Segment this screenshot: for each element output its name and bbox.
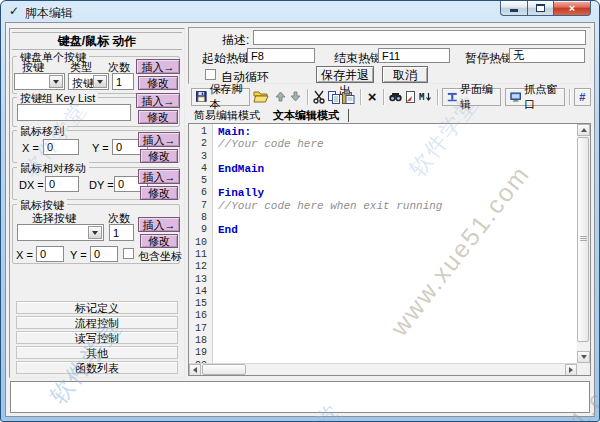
chevron-down-icon[interactable] — [93, 75, 107, 88]
modify-mouse-btn-button[interactable]: 修改 — [140, 234, 178, 248]
end-hotkey-input[interactable] — [378, 48, 450, 63]
start-hotkey-input[interactable] — [247, 48, 315, 63]
include-coords-checkbox[interactable] — [123, 248, 134, 259]
mouse-btn-x-label: X = — [16, 249, 33, 261]
x-label: X = — [22, 142, 39, 154]
code-line: End — [218, 224, 577, 236]
minimize-icon — [510, 9, 518, 12]
modify-mouse-move-button[interactable]: 修改 — [140, 149, 178, 163]
tab-text-edit-mode[interactable]: 文本编辑模式 — [266, 108, 346, 123]
insert-mouse-rel-button[interactable]: 插入→ — [138, 169, 180, 184]
window-check-icon: ✓ — [9, 4, 19, 18]
pause-hotkey-label: 暂停热键 — [465, 50, 513, 67]
caption-buttons: × — [500, 1, 591, 16]
mouse-btn-count-input[interactable] — [109, 224, 134, 241]
scroll-up-button[interactable] — [577, 124, 590, 136]
mouse-rel-dx-input[interactable] — [45, 176, 79, 192]
toolbar-separator — [569, 89, 570, 105]
key-select[interactable] — [14, 73, 65, 90]
toolbar-separator — [383, 89, 384, 105]
chevron-down-icon[interactable] — [49, 75, 63, 88]
line-number: 9 — [189, 224, 207, 236]
code-line — [218, 298, 577, 310]
description-input[interactable] — [253, 30, 586, 45]
autoloop-checkbox[interactable] — [205, 69, 216, 80]
delete-icon[interactable]: × — [365, 88, 380, 106]
key-count-input[interactable] — [112, 73, 134, 90]
minimize-button[interactable] — [500, 1, 527, 16]
vertical-scroll-thumb[interactable] — [577, 137, 589, 342]
insert-single-key-button[interactable]: 插入→ — [136, 59, 180, 74]
cut-icon[interactable] — [312, 88, 327, 106]
mouse-btn-select[interactable] — [17, 224, 104, 241]
grab-window-label: 抓点窗口 — [524, 82, 560, 112]
tab-separator — [348, 109, 349, 122]
insert-mouse-btn-button[interactable]: 插入→ — [138, 217, 180, 232]
start-hotkey-label: 起始热键 — [202, 50, 250, 67]
mouse-move-x-input[interactable] — [43, 139, 79, 155]
chevron-down-icon[interactable] — [88, 226, 102, 239]
code-line: Finally — [218, 187, 577, 199]
scroll-down-button[interactable] — [577, 351, 590, 363]
titlebar[interactable]: ✓ 脚本编辑 × — [1, 1, 599, 22]
find-in-page-icon[interactable] — [403, 88, 418, 106]
paste-icon[interactable] — [341, 88, 356, 106]
line-number: 1 — [189, 126, 207, 138]
tab-simple-edit-mode[interactable]: 简易编辑模式 — [190, 108, 264, 123]
save-script-button[interactable]: 保存脚本 — [191, 88, 250, 106]
vertical-scrollbar[interactable] — [577, 124, 590, 363]
sidebar-nav-button[interactable]: 流程控制 — [16, 316, 178, 329]
svg-text:M: M — [419, 92, 425, 102]
sidebar-nav-button[interactable]: 其他 — [16, 346, 178, 359]
group-mouse-rel-legend: 鼠标相对移动 — [17, 161, 89, 176]
code-line — [218, 261, 577, 273]
editor-code[interactable]: Main://Your code here EndMain Finally//Y… — [214, 124, 577, 363]
close-button[interactable]: × — [553, 1, 591, 16]
insert-key-list-button[interactable]: 插入→ — [136, 93, 180, 108]
editor-gutter: 1234567891011121314151617181920 — [189, 124, 213, 363]
client-area: 键盘/鼠标 动作 键盘单个按键 按键 类型 次数 按键 插入→ 修改 按键组 K… — [5, 22, 595, 417]
move-up-icon[interactable] — [273, 88, 288, 106]
code-line — [218, 286, 577, 298]
sidebar-header: 键盘/鼠标 动作 — [12, 32, 182, 50]
ui-edit-button[interactable]: 界面编辑 — [442, 88, 501, 106]
horizontal-scroll-thumb[interactable] — [202, 364, 246, 375]
key-list-input[interactable] — [17, 104, 131, 121]
open-folder-icon[interactable] — [253, 88, 269, 106]
toolbar-separator — [360, 89, 361, 105]
insert-mouse-move-button[interactable]: 插入→ — [138, 132, 180, 147]
grab-window-button[interactable]: 抓点窗口 — [505, 88, 565, 106]
modify-key-list-button[interactable]: 修改 — [138, 110, 178, 124]
thumb-grip — [578, 236, 588, 241]
sidebar-nav-button[interactable]: 函数列表 — [16, 361, 178, 374]
code-line — [218, 212, 577, 224]
maximize-button[interactable] — [527, 1, 553, 16]
line-number: 17 — [189, 323, 207, 335]
grid-button[interactable]: # — [574, 88, 591, 106]
save-exit-button[interactable]: 保存并退出 — [316, 66, 374, 83]
scroll-left-button[interactable] — [189, 364, 201, 376]
find-icon[interactable] — [388, 88, 403, 106]
pause-hotkey-input[interactable] — [509, 48, 585, 63]
cancel-button[interactable]: 取消 — [382, 66, 428, 83]
sidebar-nav-button[interactable]: 读写控制 — [16, 331, 178, 344]
sidebar-nav: 标记定义流程控制读写控制其他函数列表 — [10, 301, 184, 374]
sidebar-nav-button[interactable]: 标记定义 — [16, 301, 178, 314]
find-next-icon[interactable]: M — [418, 88, 433, 106]
line-number: 14 — [189, 286, 207, 298]
editor-toolbar: 保存脚本 — [188, 86, 591, 107]
key-type-select[interactable]: 按键 — [68, 73, 109, 90]
mouse-btn-y-input[interactable] — [90, 246, 118, 262]
save-script-label: 保存脚本 — [210, 82, 246, 112]
scroll-right-button[interactable] — [565, 364, 577, 376]
line-number: 4 — [189, 163, 207, 175]
copy-icon[interactable] — [326, 88, 341, 106]
modify-mouse-rel-button[interactable]: 修改 — [140, 186, 178, 200]
modify-single-key-button[interactable]: 修改 — [138, 76, 178, 90]
output-textarea[interactable] — [10, 381, 590, 413]
move-down-icon[interactable] — [288, 88, 303, 106]
horizontal-scrollbar[interactable] — [189, 363, 577, 375]
code-line: //Your code here when exit running — [218, 200, 577, 212]
mouse-btn-x-input[interactable] — [36, 246, 64, 262]
sidebar: 键盘/鼠标 动作 键盘单个按键 按键 类型 次数 按键 插入→ 修改 按键组 K… — [9, 28, 185, 378]
